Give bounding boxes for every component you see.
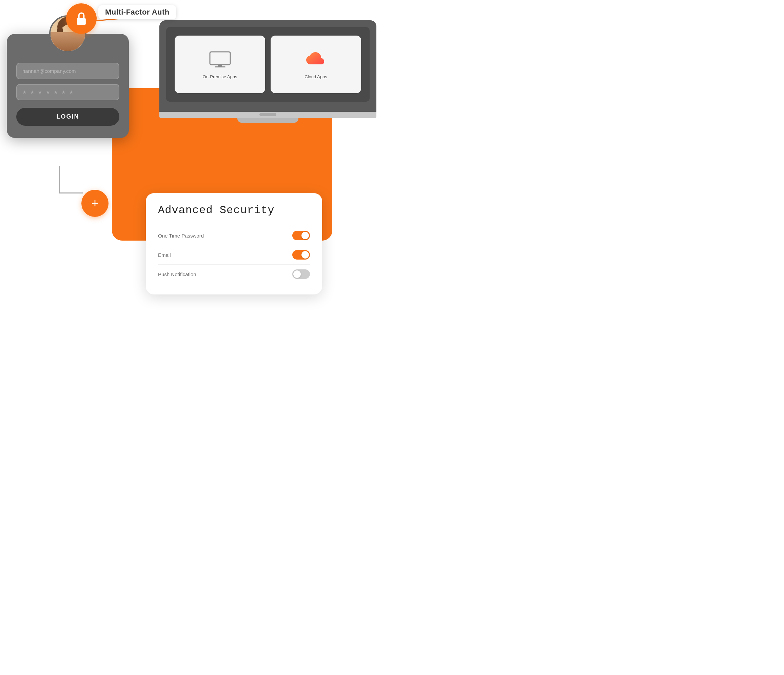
cloud-app-card[interactable]: Cloud Apps [271, 36, 361, 93]
email-input[interactable] [16, 63, 119, 79]
security-title: Advanced Security [158, 204, 310, 217]
user-label-text: Multi-Factor Auth [105, 8, 170, 16]
cloud-label: Cloud Apps [305, 74, 327, 79]
svg-rect-7 [67, 42, 72, 49]
lock-circle [66, 3, 96, 34]
security-card: Advanced Security One Time Password Emai… [146, 193, 322, 295]
laptop-notch [260, 113, 276, 116]
svg-rect-0 [77, 18, 86, 25]
email-toggle[interactable] [292, 250, 310, 259]
otp-label: One Time Password [158, 233, 204, 239]
on-premise-app-card[interactable]: On-Premise Apps [175, 36, 265, 93]
monitor-icon [209, 51, 231, 67]
password-star: ★ [30, 90, 34, 95]
password-star: ★ [69, 90, 73, 95]
password-star: ★ [38, 90, 42, 95]
lock-icon [74, 11, 89, 26]
push-label: Push Notification [158, 272, 196, 277]
login-card: ★ ★ ★ ★ ★ ★ ★ LOGIN [7, 34, 129, 138]
plus-icon: + [91, 197, 98, 209]
on-premise-label: On-Premise Apps [203, 74, 237, 79]
push-toggle-knob [293, 270, 301, 278]
connector-horizontal [59, 192, 83, 194]
scene: Multi-Factor Auth [0, 0, 392, 337]
otp-toggle[interactable] [292, 231, 310, 240]
password-star: ★ [54, 90, 58, 95]
connector-vertical [59, 166, 60, 193]
laptop-base [159, 112, 376, 118]
login-button[interactable]: LOGIN [16, 108, 119, 126]
svg-point-8 [64, 33, 67, 36]
email-label: Email [158, 252, 171, 258]
otp-toggle-knob [302, 232, 309, 239]
security-row-otp: One Time Password [158, 226, 310, 245]
cloud-icon [305, 51, 328, 67]
svg-rect-11 [218, 65, 222, 67]
on-premise-icon-area [208, 50, 232, 69]
svg-rect-4 [57, 27, 63, 42]
laptop-screen: On-Premise Apps [159, 20, 376, 112]
plus-button[interactable]: + [81, 190, 109, 217]
laptop-illustration: On-Premise Apps [159, 20, 376, 118]
svg-point-9 [72, 33, 74, 36]
security-row-email: Email [158, 245, 310, 265]
svg-rect-12 [215, 67, 226, 67]
email-toggle-knob [302, 251, 309, 259]
password-row: ★ ★ ★ ★ ★ ★ ★ [16, 84, 119, 100]
security-row-push: Push Notification [158, 265, 310, 284]
password-star: ★ [46, 90, 50, 95]
password-star: ★ [61, 90, 66, 95]
cloud-icon-area [304, 50, 328, 69]
svg-rect-10 [210, 52, 230, 65]
push-toggle[interactable] [292, 269, 310, 279]
user-label-bubble: Multi-Factor Auth [98, 5, 176, 19]
password-star: ★ [22, 90, 27, 95]
laptop-screen-inner: On-Premise Apps [166, 27, 370, 102]
